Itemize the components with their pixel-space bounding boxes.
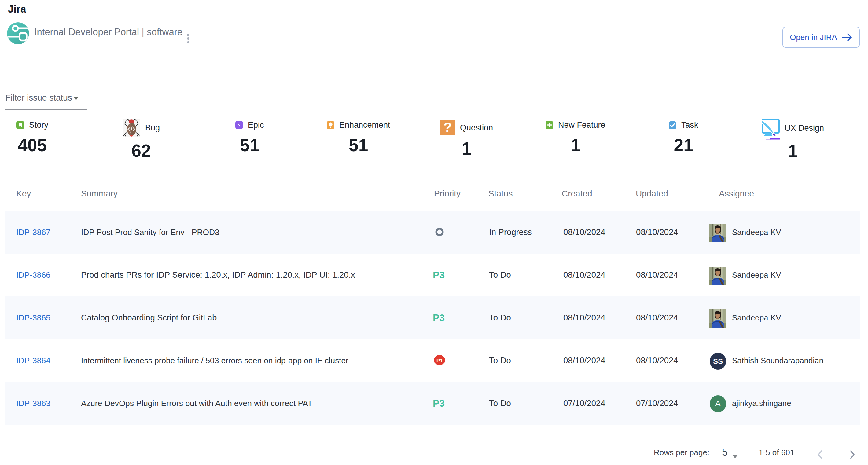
svg-text:P1: P1 <box>436 358 442 364</box>
svg-text:?: ? <box>443 120 452 135</box>
